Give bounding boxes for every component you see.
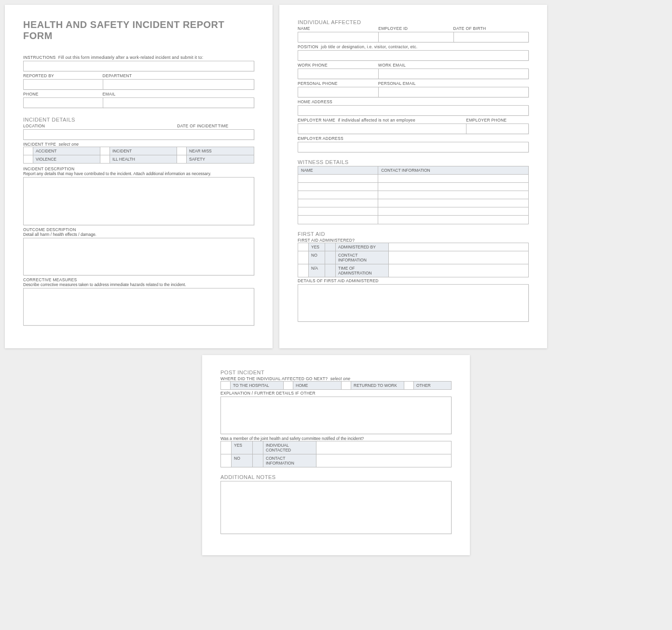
pi-returned-check[interactable] <box>342 382 351 389</box>
personal-phone-field[interactable] <box>298 87 379 97</box>
pi-other-check[interactable] <box>404 382 414 389</box>
committee-grid: YES INDIVIDUAL CONTACTED NO CONTACT INFO… <box>220 441 452 467</box>
cm-spacer <box>253 441 263 454</box>
where-q: WHERE DID THE INDIVIDUAL AFFECTED GO NEX… <box>220 376 452 381</box>
post-incident-grid: TO THE HOSPITAL HOME RETURNED TO WORK OT… <box>220 381 452 390</box>
pi-home-check[interactable] <box>284 382 293 389</box>
employer-name-label-text: EMPLOYER NAME <box>298 118 335 123</box>
fa-na-check[interactable] <box>298 264 309 277</box>
type-check-nearmiss[interactable] <box>177 147 187 155</box>
employer-name-label: EMPLOYER NAME if individual affected is … <box>298 118 466 123</box>
pi-hospital-check[interactable] <box>221 382 231 389</box>
incident-type-select-one: select one <box>59 142 79 147</box>
first-aid-heading: FIRST AID <box>298 231 529 237</box>
witness-heading: WITNESS DETAILS <box>298 159 529 165</box>
pi-other-label: OTHER <box>414 382 451 389</box>
employer-address-label: EMPLOYER ADDRESS <box>298 136 343 141</box>
outcome-field[interactable] <box>23 238 254 275</box>
fa-admin-by-field[interactable] <box>389 243 528 251</box>
instructions-label-text: INSTRUCTIONS <box>23 55 55 60</box>
incident-description-field[interactable] <box>23 177 254 225</box>
position-field[interactable] <box>298 50 529 61</box>
phone-field[interactable] <box>23 97 103 108</box>
type-check-safety[interactable] <box>177 155 187 163</box>
time-label: TIME <box>218 123 254 128</box>
witness-row-name[interactable] <box>298 199 378 207</box>
work-phone-field[interactable] <box>298 68 379 79</box>
additional-notes-heading: ADDITIONAL NOTES <box>220 474 452 480</box>
ind-name-field[interactable] <box>298 32 379 42</box>
phone-label: PHONE <box>23 92 103 96</box>
where-q-text: WHERE DID THE INDIVIDUAL AFFECTED GO NEX… <box>220 376 328 381</box>
position-label-text: POSITION <box>298 44 318 49</box>
incident-details-heading: INCIDENT DETAILS <box>23 117 254 123</box>
employer-phone-field[interactable] <box>466 123 529 134</box>
department-field[interactable] <box>103 79 254 90</box>
location-date-time-field[interactable] <box>23 129 254 140</box>
witness-name-header: NAME <box>298 166 378 175</box>
fa-spacer <box>325 251 336 264</box>
witness-row-contact[interactable] <box>378 191 528 199</box>
type-check-incident[interactable] <box>100 147 110 155</box>
home-address-field[interactable] <box>298 105 529 116</box>
type-check-illhealth[interactable] <box>100 155 110 163</box>
type-check-violence[interactable] <box>24 155 33 163</box>
employer-address-field[interactable] <box>298 142 529 152</box>
witness-row-contact[interactable] <box>378 175 528 183</box>
fa-yes-check[interactable] <box>298 243 309 251</box>
where-select-one: select one <box>330 376 351 381</box>
witness-row-name[interactable] <box>298 183 378 191</box>
witness-row-contact[interactable] <box>378 199 528 207</box>
fa-details-field[interactable] <box>298 284 529 322</box>
employer-name-note: if individual affected is not an employe… <box>338 118 415 123</box>
email-field[interactable] <box>103 97 254 108</box>
witness-row-name[interactable] <box>298 207 378 216</box>
witness-row-contact[interactable] <box>378 216 528 224</box>
fa-time-label: TIME OF ADMINSTRATION <box>336 264 389 277</box>
outcome-label: OUTCOME DESCRIPTION <box>23 227 254 232</box>
emp-id-field[interactable] <box>378 32 453 42</box>
cm-contact-info-field[interactable] <box>316 454 451 467</box>
witness-row-contact[interactable] <box>378 207 528 216</box>
witness-table: NAME CONTACT INFORMATION <box>298 166 529 224</box>
page-1: HEALTH AND SAFETY INCIDENT REPORT FORM I… <box>5 5 273 348</box>
explanation-label: EXPLANATION / FURTHER DETAILS IF OTHER <box>220 391 452 396</box>
pi-home-label: HOME <box>293 382 342 389</box>
witness-row-name[interactable] <box>298 216 378 224</box>
type-check-accident[interactable] <box>24 147 33 155</box>
email-label: EMAIL <box>103 92 254 96</box>
type-safety: SAFETY <box>187 155 254 163</box>
explanation-field[interactable] <box>220 397 452 434</box>
employer-name-field[interactable] <box>298 123 466 134</box>
first-aid-grid: YES ADMINISTERED BY NO CONTACT INFORMATI… <box>298 243 529 277</box>
form-title: HEALTH AND SAFETY INCIDENT REPORT FORM <box>23 19 254 41</box>
cm-yes-label: YES <box>232 441 253 454</box>
witness-row-contact[interactable] <box>378 183 528 191</box>
fa-time-field[interactable] <box>389 264 528 277</box>
corrective-note: Describe corrective measures taken to ad… <box>23 282 254 287</box>
cm-spacer <box>253 454 263 467</box>
cm-yes-check[interactable] <box>221 441 232 454</box>
fa-no-check[interactable] <box>298 251 309 264</box>
type-illhealth: ILL HEALTH <box>110 155 177 163</box>
fa-admin-by-label: ADMINISTERED BY <box>336 243 389 251</box>
corrective-field[interactable] <box>23 288 254 326</box>
reported-by-field[interactable] <box>23 79 103 90</box>
type-accident: ACCIDENT <box>33 147 100 155</box>
cm-no-check[interactable] <box>221 454 232 467</box>
personal-email-field[interactable] <box>378 87 529 97</box>
corrective-label: CORRECTIVE MEASURES <box>23 277 254 282</box>
cm-ind-contacted-field[interactable] <box>316 441 451 454</box>
page-3: POST INCIDENT WHERE DID THE INDIVIDUAL A… <box>202 355 470 555</box>
location-label: LOCATION <box>23 123 177 128</box>
witness-row-name[interactable] <box>298 175 378 183</box>
additional-notes-field[interactable] <box>220 481 452 534</box>
department-label: DEPARTMENT <box>103 73 254 78</box>
fa-contact-field[interactable] <box>389 251 528 264</box>
witness-row-name[interactable] <box>298 191 378 199</box>
work-email-field[interactable] <box>378 68 529 79</box>
ind-name-label: NAME <box>298 26 379 31</box>
dob-field[interactable] <box>453 32 529 42</box>
cm-contact-info-label: CONTACT INFORMATION <box>263 454 316 467</box>
instructions-field[interactable] <box>23 61 254 71</box>
